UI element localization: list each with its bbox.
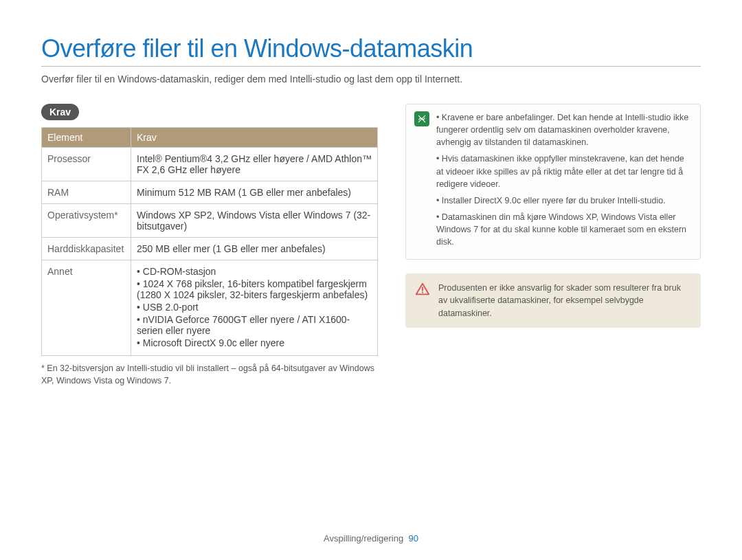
annet-item: Microsoft DirectX 9.0c eller nyere	[137, 337, 372, 348]
row-label: Prosessor	[42, 148, 131, 181]
row-label: Operativsystem*	[42, 204, 131, 238]
row-value: Windows XP SP2, Windows Vista eller Wind…	[131, 204, 378, 238]
row-label: RAM	[42, 181, 131, 204]
note-item: Datamaskinen din må kjøre Windows XP, Wi…	[436, 211, 692, 248]
annet-item: CD-ROM-stasjon	[137, 266, 372, 277]
row-label: Harddiskkapasitet	[42, 238, 131, 260]
table-header-element: Element	[42, 128, 131, 148]
footer-section: Avspilling/redigering	[324, 533, 403, 544]
page-title: Overføre filer til en Windows-datamaskin	[41, 34, 701, 63]
table-row: Harddiskkapasitet 250 MB eller mer (1 GB…	[42, 238, 378, 260]
page-subtitle: Overfør filer til en Windows-datamaskin,…	[41, 74, 701, 85]
footer-page-number: 90	[408, 533, 418, 544]
table-row: Prosessor Intel® Pentium®4 3,2 GHz eller…	[42, 148, 378, 181]
row-value-annet: CD-ROM-stasjon 1024 X 768 piksler, 16-bi…	[131, 260, 378, 356]
note-list: Kravene er bare anbefalinger. Det kan he…	[436, 111, 692, 252]
table-row: Annet CD-ROM-stasjon 1024 X 768 piksler,…	[42, 260, 378, 356]
section-label-pill: Krav	[41, 104, 79, 120]
note-icon	[414, 111, 429, 126]
note-item: Installer DirectX 9.0c eller nyere før d…	[436, 194, 692, 207]
note-item: Kravene er bare anbefalinger. Det kan he…	[436, 111, 692, 148]
row-value: Minimum 512 MB RAM (1 GB eller mer anbef…	[131, 181, 378, 204]
row-value: Intel® Pentium®4 3,2 GHz eller høyere / …	[131, 148, 378, 181]
note-item: Hvis datamaskinen ikke oppfyller minstek…	[436, 153, 692, 190]
requirements-table: Element Krav Prosessor Intel® Pentium®4 …	[41, 127, 378, 356]
row-label-annet: Annet	[42, 260, 131, 356]
info-note-box: Kravene er bare anbefalinger. Det kan he…	[405, 104, 701, 260]
content-columns: Krav Element Krav Prosessor Intel® Penti…	[41, 104, 701, 387]
annet-item: USB 2.0-port	[137, 302, 372, 313]
table-row: RAM Minimum 512 MB RAM (1 GB eller mer a…	[42, 181, 378, 204]
warning-text: Produsenten er ikke ansvarlig for skader…	[438, 282, 691, 319]
warning-box: Produsenten er ikke ansvarlig for skader…	[405, 273, 701, 327]
annet-item: nVIDIA Geforce 7600GT eller nyere / ATI …	[137, 314, 372, 336]
table-row: Operativsystem* Windows XP SP2, Windows …	[42, 204, 378, 238]
warning-icon	[415, 282, 430, 297]
svg-point-1	[422, 292, 423, 293]
table-header-krav: Krav	[131, 128, 378, 148]
page-footer: Avspilling/redigering 90	[0, 533, 742, 544]
footnote-text: * En 32-bitsversjon av Intelli-studio vi…	[41, 363, 378, 387]
left-column: Krav Element Krav Prosessor Intel® Penti…	[41, 104, 378, 387]
right-column: Kravene er bare anbefalinger. Det kan he…	[405, 104, 701, 387]
annet-item: 1024 X 768 piksler, 16-biters kompatibel…	[137, 278, 372, 300]
row-value: 250 MB eller mer (1 GB eller mer anbefal…	[131, 238, 378, 260]
title-divider	[41, 66, 701, 67]
